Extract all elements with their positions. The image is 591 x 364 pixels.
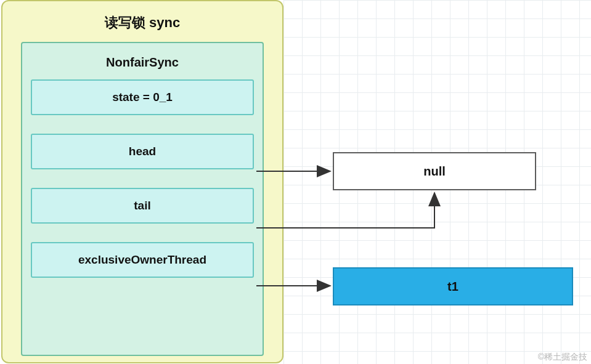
state-cell: state = 0_1 xyxy=(31,79,254,115)
sync-container: 读写锁 sync NonfairSync state = 0_1 head ta… xyxy=(1,0,283,363)
nonfairsync-container: NonfairSync state = 0_1 head tail exclus… xyxy=(21,42,264,356)
watermark: ©稀土掘金技 xyxy=(538,352,587,363)
nonfairsync-title: NonfairSync xyxy=(31,51,254,79)
head-cell: head xyxy=(31,134,254,169)
exclusive-owner-thread-cell: exclusiveOwnerThread xyxy=(31,242,254,278)
sync-title: 读写锁 sync xyxy=(2,1,282,38)
tail-cell: tail xyxy=(31,188,254,224)
t1-node: t1 xyxy=(333,267,573,305)
null-node: null xyxy=(333,152,536,190)
